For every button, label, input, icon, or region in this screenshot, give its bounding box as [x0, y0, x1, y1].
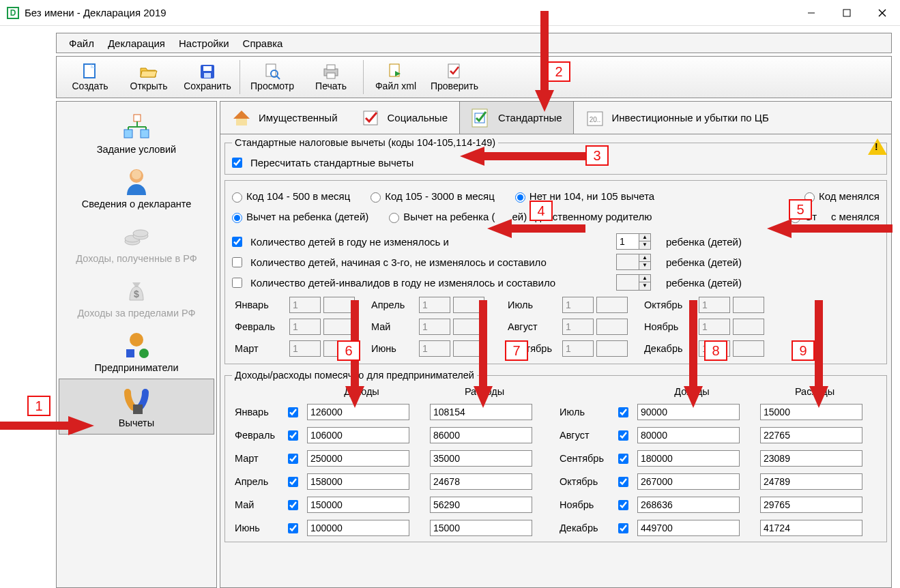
ie-income-input[interactable]: [307, 404, 409, 420]
ie-row-checkbox[interactable]: [288, 477, 298, 487]
month-oct-in2[interactable]: [733, 297, 764, 313]
tab-social[interactable]: Социальные: [349, 102, 459, 134]
ie-income-input[interactable]: [637, 473, 740, 490]
ie-row-checkbox[interactable]: [618, 430, 628, 441]
month-nov-in2[interactable]: [733, 319, 764, 335]
month-feb-in2[interactable]: [323, 319, 355, 335]
open-button[interactable]: Открыть: [119, 57, 178, 97]
spinner-down-icon[interactable]: ▼: [639, 262, 650, 269]
month-sep-in1[interactable]: [562, 340, 594, 357]
radio-code-changed[interactable]: [804, 192, 815, 203]
spinner-down-icon[interactable]: ▼: [639, 282, 650, 290]
ie-row-checkbox[interactable]: [618, 407, 628, 417]
ie-expense-input[interactable]: [430, 473, 532, 490]
sidebar-item-declarant[interactable]: Сведения о декларанте: [57, 160, 216, 215]
preview-button[interactable]: Просмотр: [243, 57, 302, 97]
children-count-checkbox[interactable]: [232, 237, 242, 247]
children-count-spinner[interactable]: ▲▼: [616, 233, 651, 250]
children3-count-spinner[interactable]: ▲▼: [616, 254, 651, 270]
month-oct-in1[interactable]: [699, 297, 730, 313]
sidebar-item-income-rf[interactable]: Доходы, полученные в РФ: [57, 215, 216, 269]
ie-expense-input[interactable]: [760, 473, 862, 490]
month-may-in2[interactable]: [453, 319, 484, 335]
new-button[interactable]: Создать: [61, 57, 119, 97]
sidebar-item-entrepreneur[interactable]: Предприниматели: [57, 324, 216, 379]
ie-row-checkbox[interactable]: [288, 523, 298, 533]
children3-count-value[interactable]: [616, 254, 639, 270]
ie-row-checkbox[interactable]: [618, 523, 628, 533]
radio-status-changed[interactable]: [790, 213, 800, 223]
ie-row-checkbox[interactable]: [288, 500, 298, 510]
month-jan-in1[interactable]: [289, 297, 321, 313]
ie-row-checkbox[interactable]: [618, 454, 628, 464]
check-button[interactable]: Проверить: [425, 57, 484, 97]
menu-settings[interactable]: Настройки: [173, 36, 235, 50]
ie-expense-input[interactable]: [760, 520, 862, 536]
ie-expense-input[interactable]: [430, 427, 532, 443]
children-inv-count-checkbox[interactable]: [232, 278, 242, 288]
ie-expense-input[interactable]: [760, 427, 862, 443]
tab-property[interactable]: Имущественный: [220, 102, 349, 134]
xml-button[interactable]: Файл xml: [366, 57, 425, 97]
sidebar-item-income-abroad[interactable]: $ Доходы за пределами РФ: [57, 269, 216, 324]
tab-invest[interactable]: 20.. Инвестиционные и убытки по ЦБ: [574, 102, 781, 134]
children3-count-checkbox[interactable]: [232, 257, 242, 267]
month-dec-in1[interactable]: [699, 340, 730, 357]
month-mar-in2[interactable]: [323, 340, 355, 357]
ie-row-checkbox[interactable]: [288, 430, 298, 441]
ie-expense-input[interactable]: [760, 450, 862, 467]
ie-income-input[interactable]: [637, 497, 740, 513]
spinner-up-icon[interactable]: ▲: [639, 275, 650, 282]
month-apr-in1[interactable]: [419, 297, 450, 313]
month-jun-in1[interactable]: [419, 340, 450, 357]
ie-income-input[interactable]: [307, 450, 409, 467]
maximize-button[interactable]: [829, 0, 865, 26]
radio-code105[interactable]: [371, 192, 381, 203]
ie-row-checkbox[interactable]: [288, 407, 298, 417]
month-aug-in1[interactable]: [562, 319, 594, 335]
ie-income-input[interactable]: [637, 404, 740, 420]
children-inv-count-value[interactable]: [616, 274, 639, 291]
ie-row-checkbox[interactable]: [288, 454, 298, 464]
ie-income-input[interactable]: [637, 450, 740, 467]
sidebar-item-deductions[interactable]: Вычеты: [59, 379, 214, 435]
month-nov-in1[interactable]: [699, 319, 730, 335]
ie-expense-input[interactable]: [760, 497, 862, 513]
month-jul-in2[interactable]: [596, 297, 628, 313]
radio-child-single[interactable]: [389, 213, 399, 223]
month-feb-in1[interactable]: [289, 319, 321, 335]
print-button[interactable]: Печать: [302, 57, 360, 97]
month-apr-in2[interactable]: [453, 297, 484, 313]
menu-file[interactable]: Файл: [63, 36, 100, 50]
month-sep-in2[interactable]: [596, 340, 628, 357]
minimize-button[interactable]: [794, 0, 829, 26]
ie-income-input[interactable]: [637, 520, 740, 536]
children-inv-count-spinner[interactable]: ▲▼: [616, 274, 651, 291]
ie-income-input[interactable]: [307, 497, 409, 513]
menu-help[interactable]: Справка: [237, 36, 289, 50]
close-button[interactable]: [865, 0, 900, 26]
month-mar-in1[interactable]: [289, 340, 321, 357]
children-count-value[interactable]: [616, 233, 639, 250]
ie-expense-input[interactable]: [760, 404, 862, 420]
ie-row-checkbox[interactable]: [618, 500, 628, 510]
sidebar-item-conditions[interactable]: Задание условий: [57, 106, 216, 160]
ie-expense-input[interactable]: [430, 450, 532, 467]
save-button[interactable]: Сохранить: [178, 57, 237, 97]
spinner-up-icon[interactable]: ▲: [639, 234, 650, 241]
radio-code104[interactable]: [232, 192, 242, 203]
tab-standard[interactable]: Стандартные: [459, 102, 574, 134]
month-dec-in2[interactable]: [733, 340, 764, 357]
month-jul-in1[interactable]: [562, 297, 594, 313]
menu-declaration[interactable]: Декларация: [102, 36, 171, 50]
ie-income-input[interactable]: [307, 427, 409, 443]
month-jun-in2[interactable]: [453, 340, 484, 357]
recalc-checkbox[interactable]: [232, 158, 242, 168]
ie-expense-input[interactable]: [430, 404, 532, 420]
ie-expense-input[interactable]: [430, 520, 532, 536]
ie-income-input[interactable]: [307, 473, 409, 490]
month-jan-in2[interactable]: [323, 297, 355, 313]
month-aug-in2[interactable]: [596, 319, 628, 335]
radio-no-104-105[interactable]: [515, 192, 525, 203]
spinner-up-icon[interactable]: ▲: [639, 254, 650, 262]
